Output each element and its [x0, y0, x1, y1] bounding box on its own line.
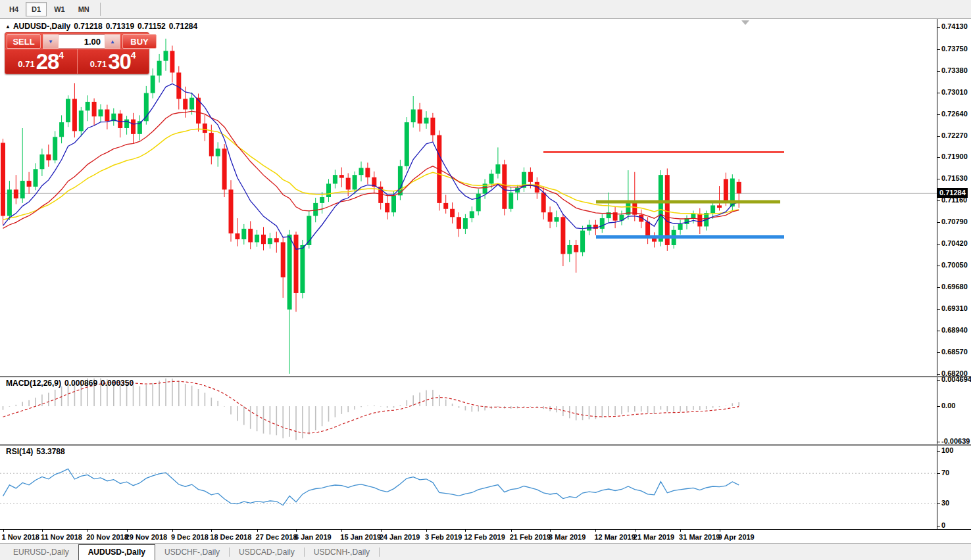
price-axis[interactable]: 0.741300.737500.733800.730100.726400.722… [937, 19, 971, 376]
candle-body [34, 169, 38, 187]
price-axis-tick [937, 179, 940, 179]
macd-histogram-bar [407, 400, 408, 406]
rsi-axis-label: 0 [941, 521, 945, 529]
symbol-tab-usdcnh[interactable]: USDCNH-,Daily [305, 545, 379, 560]
macd-histogram-bar [347, 406, 349, 412]
candle-body [1, 143, 5, 216]
macd-histogram-bar [589, 406, 590, 419]
macd-histogram-bar [524, 406, 525, 407]
rsi-name: RSI(14) [6, 447, 33, 456]
macd-pane[interactable]: MACD(12,26,9)0.0008690.000350 [0, 377, 937, 444]
macd-histogram-bar [185, 384, 186, 406]
candle-body [365, 168, 370, 177]
candle-body [678, 224, 683, 230]
candle-body [691, 214, 695, 218]
macd-histogram-bar [738, 402, 739, 406]
macd-histogram-bar [419, 392, 420, 406]
timeframe-button-w1[interactable]: W1 [48, 2, 71, 16]
macd-histogram-bar [537, 406, 538, 407]
chart-low-value: 0.71152 [137, 22, 166, 31]
candle-body [405, 122, 409, 166]
sell-button[interactable]: SELL [7, 34, 41, 49]
macd-histogram-bar [530, 406, 532, 407]
sell-price-big-digits: 28 [36, 51, 59, 72]
timeframe-button-d1[interactable]: D1 [26, 2, 47, 16]
timeframe-button-h4[interactable]: H4 [3, 2, 24, 16]
symbol-tab-usdcad[interactable]: USDCAD-,Daily [230, 545, 304, 560]
price-axis-label: 0.68570 [941, 348, 968, 356]
macd-histogram-bar [497, 406, 499, 407]
candle-body [268, 238, 272, 244]
buy-price-display[interactable]: 0.71304 [78, 49, 149, 74]
candle-body [176, 72, 181, 99]
symbol-tab-usdchf[interactable]: USDCHF-,Daily [155, 545, 229, 560]
price-axis-label: 0.73010 [941, 88, 968, 96]
candle-body [124, 120, 129, 128]
price-axis-label: 0.68940 [941, 326, 968, 334]
rsi-canvas[interactable] [0, 446, 937, 529]
candle-body [457, 217, 461, 229]
candle-body [281, 243, 286, 277]
rsi-pane[interactable]: RSI(14)53.3788 [0, 446, 937, 529]
candle-body [567, 245, 572, 254]
timeframe-button-mn[interactable]: MN [72, 2, 95, 16]
macd-histogram-bar [673, 406, 674, 412]
candle-body [27, 181, 32, 187]
symbol-tab-eurusd[interactable]: EURUSD-,Daily [4, 545, 78, 560]
date-axis-tick [426, 530, 427, 532]
main-chart-pane[interactable]: ▲AUDUSD-,Daily0.712180.713190.711520.712… [0, 19, 937, 376]
buy-button[interactable]: BUY [122, 34, 157, 49]
symbol-tab-audusd[interactable]: AUDUSD-,Daily [78, 544, 155, 560]
macd-histogram-bar [543, 406, 544, 409]
volume-decrease-button[interactable]: ▼ [43, 34, 59, 49]
macd-histogram-bar [693, 406, 694, 410]
macd-histogram-bar [719, 406, 720, 407]
macd-axis-tick [937, 442, 940, 442]
macd-histogram-bar [152, 383, 153, 406]
sell-price-display[interactable]: 0.71284 [5, 49, 78, 74]
rsi-axis-tick [937, 503, 940, 504]
macd-histogram-bar [282, 406, 284, 438]
candle-body [300, 245, 305, 293]
macd-signal-value: 0.000350 [101, 379, 134, 388]
candle-body [495, 164, 500, 174]
chevron-down-icon: ▼ [48, 39, 53, 45]
candle-body [183, 99, 187, 109]
candle-body [294, 235, 299, 293]
macd-histogram-bar [328, 406, 330, 421]
macd-histogram-bar [380, 406, 382, 407]
buy-price-big-digits: 30 [108, 51, 131, 72]
volume-increase-button[interactable]: ▲ [105, 34, 120, 49]
price-axis-label: 0.71900 [941, 152, 968, 160]
date-axis-label: 31 Mar 2019 [679, 533, 720, 541]
price-axis-tick [937, 309, 940, 310]
macd-histogram-bar [224, 406, 225, 407]
macd-histogram-bar [478, 406, 479, 411]
macd-histogram-bar [472, 406, 473, 412]
candle-body [99, 109, 103, 116]
macd-canvas[interactable] [0, 377, 937, 444]
price-axis-tick [937, 157, 940, 158]
macd-histogram-bar [322, 406, 323, 426]
candle-body [86, 102, 90, 110]
date-axis-tick [511, 530, 512, 532]
macd-histogram-bar [361, 406, 362, 407]
date-axis-tick [296, 530, 297, 532]
price-axis-tick [937, 222, 940, 223]
candle-body [326, 184, 331, 197]
volume-input[interactable] [59, 34, 105, 49]
macd-histogram-bar [595, 406, 597, 419]
sell-price-pip-digit: 4 [59, 50, 64, 60]
macd-histogram-bar [374, 406, 375, 406]
macd-histogram-bar [146, 385, 147, 406]
price-axis-tick [937, 136, 940, 137]
candle-body [385, 203, 389, 212]
date-axis-label: 9 Dec 2018 [171, 533, 209, 541]
price-axis-tick [937, 331, 940, 331]
date-axis[interactable]: 1 Nov 201811 Nov 201820 Nov 201829 Nov 2… [0, 529, 971, 543]
macd-histogram-bar [628, 406, 629, 412]
date-axis-label: 11 Nov 2018 [41, 533, 82, 541]
macd-histogram-bar [133, 385, 134, 406]
macd-histogram-bar [243, 406, 245, 425]
candle-body [411, 109, 416, 122]
